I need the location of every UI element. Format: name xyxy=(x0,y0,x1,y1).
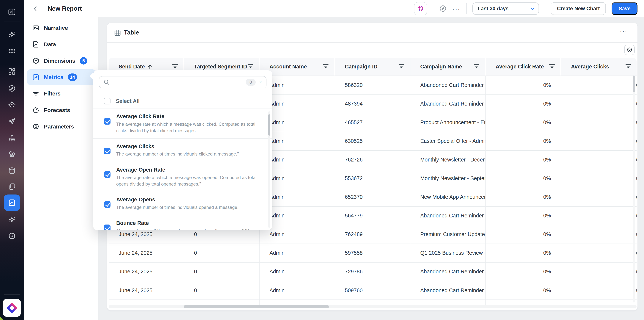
table-row xyxy=(109,299,636,305)
column-header-campaign-id[interactable]: Campaign ID xyxy=(335,58,410,76)
sidebar-item-filters[interactable]: Filters xyxy=(27,86,96,102)
cell-campaign-id: 597558 xyxy=(335,244,410,262)
cell-account-name: Admin xyxy=(260,262,335,281)
reports-nav-active[interactable] xyxy=(4,194,20,211)
cell-clicks: 0 xyxy=(561,76,636,94)
horizontal-scrollbar[interactable] xyxy=(184,305,329,308)
cell-click-rate xyxy=(486,300,561,305)
copy-pages-icon[interactable] xyxy=(8,182,16,191)
select-all-row[interactable]: Select All xyxy=(104,98,140,104)
create-new-chart-button[interactable]: Create New Chart xyxy=(551,2,606,15)
app-window: New Report ... Last 30 days Create New C… xyxy=(0,0,644,320)
table-row: June 24, 2025 0 Admin 729786 Abandoned C… xyxy=(109,262,636,281)
cell-campaign-id: 553672 xyxy=(335,169,410,188)
header-divider xyxy=(545,3,545,14)
header-more-menu[interactable]: ... xyxy=(453,6,461,12)
filter-icon[interactable] xyxy=(474,64,479,70)
back-button[interactable] xyxy=(30,3,41,14)
sidebar-item-forecasts[interactable]: Forecasts xyxy=(27,102,96,118)
cell-clicks xyxy=(561,300,636,305)
table-settings-button[interactable] xyxy=(624,45,634,55)
sitemap-icon[interactable] xyxy=(8,133,16,142)
filter-icon[interactable] xyxy=(398,64,404,70)
cell-clicks: 0 xyxy=(561,188,636,206)
dimensions-icon xyxy=(32,57,39,64)
compass-icon[interactable] xyxy=(8,84,16,93)
header-divider xyxy=(433,3,433,14)
dropdown-scrollbar[interactable] xyxy=(268,114,270,136)
clear-search-icon[interactable]: × xyxy=(259,80,262,85)
metric-name: Average Open Rate xyxy=(116,167,258,173)
column-header-average-click-rate[interactable]: Average Click Rate xyxy=(486,58,561,76)
select-all-checkbox[interactable] xyxy=(104,98,110,104)
count-badge: 5 xyxy=(80,57,88,65)
metric-option[interactable]: Average Click Rate The average rate at w… xyxy=(93,109,272,138)
ai-assistant-button[interactable] xyxy=(414,2,427,15)
cell-clicks: 0 xyxy=(561,132,636,150)
cell-campaign-name: Product Announcement - Email xyxy=(410,113,486,131)
metric-option[interactable]: Average Open Rate The average rate at wh… xyxy=(93,162,272,192)
date-range-select[interactable]: Last 30 days xyxy=(472,3,539,15)
settings-gear-icon[interactable] xyxy=(8,231,16,240)
cell-click-rate: 0% xyxy=(486,113,561,131)
ai-sparkle-icon[interactable] xyxy=(8,30,16,39)
sidebar-item-label: Metrics xyxy=(44,74,63,80)
metric-checkbox[interactable] xyxy=(104,148,110,154)
column-header-campaign-name[interactable]: Campaign Name xyxy=(410,58,486,76)
filter-icon[interactable] xyxy=(172,64,178,70)
cell-campaign-id: 762489 xyxy=(335,225,410,243)
vertical-scrollbar-track xyxy=(633,76,635,302)
sparkle-icon[interactable] xyxy=(8,215,16,224)
table-icon xyxy=(114,30,121,38)
cell-click-rate: 0% xyxy=(486,244,561,262)
metric-option[interactable]: Average Clicks The average number of tim… xyxy=(93,138,272,162)
metrics-search-input[interactable] xyxy=(113,79,242,85)
cell-click-rate: 0% xyxy=(486,225,561,243)
sidebar-item-data[interactable]: Data xyxy=(27,37,96,52)
explore-compass-icon[interactable] xyxy=(439,5,447,13)
sidebar-item-parameters[interactable]: Parameters xyxy=(27,119,96,134)
sort-asc-icon xyxy=(148,64,152,69)
filter-icon[interactable] xyxy=(323,64,328,70)
table-card-title: Table xyxy=(124,29,139,36)
cell-campaign-name: Monthly Newsletter - Septemb xyxy=(410,169,486,188)
cell-clicks: 0 xyxy=(561,262,636,281)
target-icon[interactable] xyxy=(8,100,16,109)
filter-icon[interactable] xyxy=(626,64,631,70)
cell-campaign-name: Premium Customer Update - Ac xyxy=(410,225,486,243)
metric-checkbox[interactable] xyxy=(104,118,110,125)
data-icon xyxy=(32,41,39,48)
metric-checkbox[interactable] xyxy=(104,201,110,208)
filter-icon[interactable] xyxy=(248,64,253,70)
send-icon[interactable] xyxy=(8,117,16,126)
cluster-icon[interactable] xyxy=(8,150,16,159)
filter-icon[interactable] xyxy=(549,64,555,70)
cell-send-date xyxy=(109,300,184,305)
cell-campaign-name: Abandoned Cart Reminder - Ad xyxy=(410,207,486,225)
apps-grid-icon[interactable] xyxy=(8,47,16,55)
metric-checkbox[interactable] xyxy=(104,224,110,230)
select-all-label: Select All xyxy=(116,98,140,104)
save-button[interactable]: Save xyxy=(612,2,637,15)
parameters-icon xyxy=(32,123,39,130)
sidebar-item-metrics[interactable]: Metrics 14 xyxy=(27,69,96,85)
column-label: Average Click Rate xyxy=(496,64,544,70)
database-icon[interactable] xyxy=(8,166,16,175)
column-label: Campaign ID xyxy=(345,64,378,70)
panel-toggle-icon[interactable] xyxy=(8,8,16,17)
cell-send-date: June 24, 2025 xyxy=(109,281,184,299)
metric-option[interactable]: Bounce Rate The rate at which ZMP receiv… xyxy=(93,215,272,230)
dashboard-icon[interactable] xyxy=(8,67,16,76)
sidebar-item-dimensions[interactable]: Dimensions 5 xyxy=(27,53,96,69)
sidebar-item-narrative[interactable]: Narrative xyxy=(27,20,96,36)
vertical-scrollbar[interactable] xyxy=(633,76,635,92)
metric-description: The average number of times individuals … xyxy=(116,204,258,210)
column-header-average-clicks[interactable]: Average Clicks xyxy=(561,58,636,76)
cell-campaign-id: 564779 xyxy=(335,207,410,225)
metric-option[interactable]: Average Opens The average number of time… xyxy=(93,192,272,215)
metrics-search-box[interactable]: 0 × xyxy=(99,76,266,88)
zeta-logo[interactable] xyxy=(3,299,21,317)
cell-clicks: 0 xyxy=(561,281,636,299)
table-card-menu[interactable]: ... xyxy=(620,26,628,33)
metric-checkbox[interactable] xyxy=(104,171,110,178)
